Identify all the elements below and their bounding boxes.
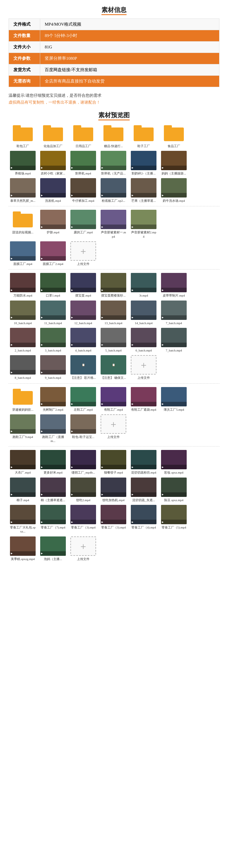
video-item[interactable]: ▶ 泡妈（主播... bbox=[39, 536, 67, 561]
video-item[interactable]: ▶ 洗发机.mp4 bbox=[39, 178, 67, 203]
video-item[interactable]: ▶ 9_batch.mp4 bbox=[39, 355, 67, 380]
video-thumb: ▶ bbox=[161, 477, 187, 497]
video-item[interactable]: ▶ 零食工厂（7).mp4 bbox=[39, 505, 67, 534]
section2-row2: ▶ 面膜工厂.mp4 ▶ 面膜工厂2.mp4 ＋ 上传文件 bbox=[8, 241, 220, 266]
video-item[interactable]: ▶ 流切切蔬_失遮... bbox=[130, 477, 158, 502]
video-item[interactable]: ▶ 3_batch.mp4 bbox=[39, 328, 67, 352]
video-item[interactable]: ▶ 缝纫工厂_mp4b... bbox=[69, 450, 97, 474]
video-item[interactable]: ▶ 花切切蔬粉坊.mp4 bbox=[130, 450, 158, 474]
video-item[interactable]: ▶ 泰草天然乳胶_m... bbox=[8, 178, 37, 203]
video-item[interactable]: ▶ 粉底板工厂.xp2... bbox=[99, 178, 128, 203]
video-item[interactable]: ▶ 14_batch.mp4 bbox=[130, 301, 158, 325]
video-item[interactable]: ▶ 陈豆.spxz.mp4 bbox=[160, 477, 188, 502]
video-item[interactable]: ▶ 3t.mp4 bbox=[130, 273, 158, 298]
video-item[interactable]: ▶ 零食工厂大礼包.spxz... bbox=[8, 505, 37, 534]
video-thumb: ▶ bbox=[131, 210, 156, 229]
video-item[interactable]: ▶ 13_batch.mp4 bbox=[99, 301, 128, 325]
video-item[interactable]: ▶ 奶牛洗水场.mp4 bbox=[160, 178, 188, 203]
video-item[interactable]: ▶ 12_batch.mp4 bbox=[69, 301, 97, 325]
video-item[interactable]: ▶ 棉（主播草遮遮... bbox=[39, 477, 67, 502]
video-item[interactable]: ▶ 跑鞋工厂（直播m... bbox=[39, 414, 67, 443]
video-item[interactable]: ▶ 牛仔裤加工.mp4 bbox=[69, 178, 97, 203]
video-item[interactable]: ▶ 割草机.mp4 bbox=[69, 151, 97, 175]
upload-item[interactable]: ＋ 上传文件 bbox=[99, 414, 128, 443]
info-value: 全店所有商品直接拍下自动发货 bbox=[40, 76, 220, 87]
folder-item[interactable]: 食品工厂 bbox=[160, 124, 188, 148]
video-item[interactable]: ▶ 声音胶被素材一.mp4 bbox=[99, 210, 128, 239]
upload-item[interactable]: ＋ 上传文件 bbox=[69, 241, 97, 266]
video-label: 有鞋工厂遮袋.mp4 bbox=[131, 407, 156, 411]
video-item[interactable]: ▶ 割草机（无产品... bbox=[99, 151, 128, 175]
video-item[interactable]: ▶ 饺吃加热机.mp4 bbox=[99, 477, 128, 502]
video-item[interactable]: ▶ 有鞋工厂遮袋.mp4 bbox=[130, 387, 158, 411]
video-item[interactable]: ▶ 零食工厂（3).mp4 bbox=[69, 505, 97, 534]
video-item[interactable]: ▶ 饺吃2.mp4 bbox=[69, 477, 97, 502]
video-label: 花切切蔬粉坊.mp4 bbox=[131, 470, 156, 474]
video-item[interactable]: ▶ 5_batch.mp4 bbox=[99, 328, 128, 352]
folder-item[interactable]: 鞋包工厂 bbox=[8, 124, 37, 148]
video-item[interactable]: ▶ 妈妈（主播踹袋... bbox=[160, 151, 188, 175]
video-item[interactable]: ▶ 7_batch.mp4 bbox=[160, 301, 188, 325]
upload-item[interactable]: ＋ 上传文件 bbox=[69, 536, 97, 561]
video-thumb: ▶ bbox=[70, 414, 96, 434]
video-item[interactable]: ▶ 零食工厂（5).mp4 bbox=[160, 505, 188, 534]
video-item[interactable]: ▶ 摆宝蛋.mp4 bbox=[69, 273, 97, 298]
video-item[interactable]: ▶ 更多好米.mp4 bbox=[39, 450, 67, 474]
video-item[interactable]: ▶ 左鞋工厂.mp4 bbox=[69, 387, 97, 411]
folder-item[interactable]: 鞋子工厂 bbox=[130, 124, 158, 148]
video-item[interactable]: ▶ 7_batch.mp4 bbox=[160, 328, 188, 352]
video-item[interactable]: ▶ 口罩1.mp4 bbox=[39, 273, 67, 298]
video-item[interactable]: ▶ 10_batch.mp4 bbox=[8, 301, 37, 325]
video-item[interactable]: ▶ 露的工厂.mp4 bbox=[69, 210, 97, 239]
folder-item[interactable]: 日用品工厂 bbox=[69, 124, 97, 148]
video-item[interactable]: ▶ 光树制厂2.mp4 bbox=[39, 387, 67, 411]
video-item[interactable]: ▶ 万能防水.mp4 bbox=[8, 273, 37, 298]
video-item[interactable]: ▶ 4_batch.mp4 bbox=[69, 328, 97, 352]
plus-icon: ＋ bbox=[79, 541, 88, 551]
video-item[interactable]: ▶ 猫餐饺子.mp4 bbox=[99, 450, 128, 474]
video-label: 7_batch.mp4 bbox=[166, 348, 182, 352]
video-item[interactable]: ▶ 养殖场.mp4 bbox=[8, 151, 37, 175]
video-item[interactable]: ▶ 芒果（主播草遮... bbox=[130, 178, 158, 203]
video-item[interactable]: ▶ 农村小吃（家家... bbox=[39, 151, 67, 175]
video-label: 更多好米.mp4 bbox=[44, 470, 62, 474]
video-label: 洗发机.mp4 bbox=[45, 199, 61, 203]
video-item[interactable]: 📋 【注意】 确保文... bbox=[99, 355, 128, 380]
video-item[interactable]: ▶ 美季糕.spxzg.mp4 bbox=[8, 536, 37, 561]
video-item[interactable]: 📋 【注意】 彩片格... bbox=[69, 355, 97, 380]
preview-title: 素材预览图 bbox=[8, 111, 220, 120]
video-thumb: ▶ bbox=[161, 301, 187, 320]
video-item[interactable]: ▶ 棉子.mp4 bbox=[8, 477, 37, 502]
upload-item[interactable]: ＋ 上传文件 bbox=[130, 355, 158, 380]
video-item[interactable]: ▶ 鞋包-鞋子运宝... bbox=[69, 414, 97, 443]
video-item[interactable]: ▶ 摆宝蛋爬楼落纱... bbox=[99, 273, 128, 298]
video-item[interactable]: ▶ 声音胶被素材2.mp4 bbox=[130, 210, 158, 239]
video-item[interactable]: ▶ 面膜工厂2.mp4 bbox=[39, 241, 67, 266]
video-item[interactable]: ▶ 零食工厂（4).mp4 bbox=[130, 505, 158, 534]
folder-item[interactable]: 甜送的短视频... bbox=[8, 210, 37, 239]
video-item[interactable]: ▶ 6_batch.mp4 bbox=[130, 328, 158, 352]
video-item[interactable]: ▶ 割奶碎2-（主播... bbox=[130, 151, 158, 175]
video-item[interactable]: ▶ 8_batch.mp4 bbox=[8, 355, 37, 380]
video-item[interactable]: ▶ 皮带带制片.mp4 bbox=[160, 273, 188, 298]
video-label: 7_batch.mp4 bbox=[166, 321, 182, 325]
folder-item[interactable]: 穿越被妈妈饮... bbox=[8, 387, 37, 411]
folder-item[interactable]: 糖品·快递打... bbox=[99, 124, 128, 148]
folder-icon bbox=[43, 125, 63, 141]
video-item[interactable]: ▶ 2_batch.mp4 bbox=[8, 328, 37, 352]
video-item[interactable]: ▶ 跑鞋工厂9.mp4 bbox=[8, 414, 37, 443]
video-item[interactable]: ▶ 11_batch.mp4 bbox=[39, 301, 67, 325]
video-item[interactable]: ▶ 零食工厂（3).mp4 bbox=[99, 505, 128, 534]
video-item[interactable]: ▶ 大衣厂.mp4 bbox=[8, 450, 37, 474]
video-item[interactable]: ▶ 彩妆.spxz.mp4 bbox=[160, 450, 188, 474]
video-thumb: ▶ bbox=[10, 151, 36, 170]
video-item[interactable]: ▶ 有鞋工厂.mp4 bbox=[99, 387, 128, 411]
video-label: 粉底板工厂.xp2... bbox=[102, 199, 125, 203]
video-item[interactable]: ▶ 护肤.mp4 bbox=[39, 210, 67, 239]
folder-item[interactable]: 化妆品加工厂 bbox=[39, 124, 67, 148]
video-label: 4_batch.mp4 bbox=[75, 348, 91, 352]
video-label: 【注意】 彩片格... bbox=[71, 376, 96, 380]
video-thumb: ▶ bbox=[10, 301, 36, 320]
video-item[interactable]: ▶ 薄沃工厂5.mp4 bbox=[160, 387, 188, 411]
video-item[interactable]: ▶ 面膜工厂.mp4 bbox=[8, 241, 37, 266]
